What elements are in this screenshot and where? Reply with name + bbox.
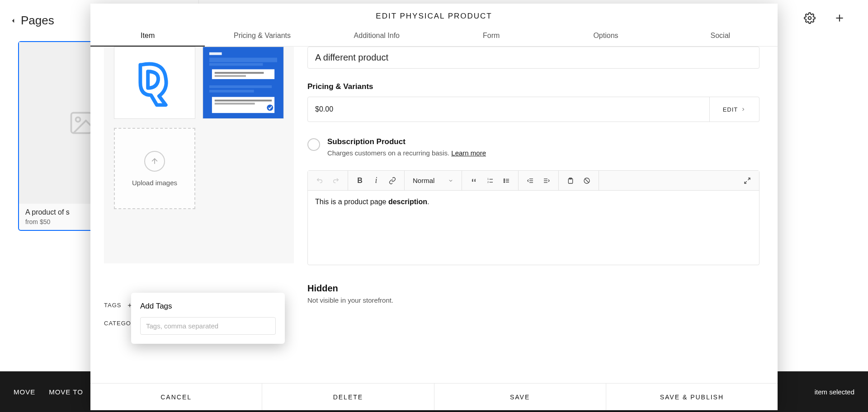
outdent-button[interactable]	[522, 173, 538, 189]
save-button[interactable]: SAVE	[434, 384, 606, 410]
image-panel: Upload images	[104, 47, 294, 263]
svg-point-29	[504, 182, 505, 183]
price-edit-label: EDIT	[723, 106, 738, 113]
edit-product-modal: EDIT PHYSICAL PRODUCT Item Pricing & Var…	[90, 4, 778, 410]
modal-footer: CANCEL DELETE SAVE SAVE & PUBLISH	[90, 383, 778, 410]
rte-text-bold: description	[388, 198, 427, 206]
chevron-left-icon	[9, 17, 17, 25]
tab-form[interactable]: Form	[434, 25, 548, 46]
rte-format-group: B i	[348, 171, 405, 190]
chevron-down-icon	[448, 178, 453, 183]
svg-text:1: 1	[487, 178, 489, 180]
subscription-radio[interactable]	[307, 138, 320, 151]
indent-icon	[543, 177, 550, 184]
svg-rect-5	[114, 47, 195, 118]
hidden-title: Hidden	[307, 283, 760, 294]
modal-tabs: Item Pricing & Variants Additional Info …	[90, 25, 778, 47]
upload-label: Upload images	[132, 179, 177, 187]
style-select-value: Normal	[413, 177, 434, 184]
numbered-list-icon: 12	[486, 177, 494, 184]
rte-toolbar: B i Normal 12	[308, 171, 759, 191]
svg-rect-12	[215, 75, 246, 77]
svg-text:2: 2	[487, 180, 489, 183]
product-image-2[interactable]	[203, 47, 284, 119]
rte-body[interactable]: This is a product page description.	[308, 191, 759, 213]
tab-pricing[interactable]: Pricing & Variants	[205, 25, 319, 46]
price-edit-button[interactable]: EDIT	[709, 97, 759, 122]
indent-button[interactable]	[538, 173, 555, 189]
clipboard-icon	[567, 177, 574, 184]
product-name-field[interactable]: A different product	[307, 47, 760, 69]
price-row: $0.00 EDIT	[307, 97, 760, 122]
move-to-action[interactable]: MOVE TO	[49, 388, 83, 396]
cancel-button[interactable]: CANCEL	[90, 384, 262, 410]
svg-rect-15	[212, 97, 274, 113]
style-select[interactable]: Normal	[408, 177, 458, 184]
svg-rect-10	[212, 69, 274, 79]
italic-button[interactable]: i	[368, 173, 384, 189]
tags-label: TAGS	[104, 302, 121, 309]
move-action[interactable]: MOVE	[14, 388, 35, 396]
redo-button[interactable]	[328, 173, 344, 189]
tab-options[interactable]: Options	[548, 25, 663, 46]
svg-rect-17	[215, 103, 255, 104]
learn-more-link[interactable]: Learn more	[451, 149, 486, 157]
undo-button[interactable]	[311, 173, 328, 189]
thumb-1-graphic	[114, 47, 195, 118]
link-button[interactable]	[384, 173, 401, 189]
save-publish-button[interactable]: SAVE & PUBLISH	[606, 384, 778, 410]
expand-button[interactable]	[739, 173, 755, 189]
left-column: Upload images Add Tags TAGS fake not rea…	[90, 47, 307, 383]
undo-icon	[316, 177, 323, 184]
rte-style-group: Normal	[405, 171, 462, 190]
bold-button[interactable]: B	[352, 173, 368, 189]
add-tags-input[interactable]	[140, 317, 276, 335]
svg-rect-7	[209, 52, 222, 55]
bottom-actions: MOVE MOVE TO	[14, 388, 83, 396]
pricing-section-title: Pricing & Variants	[307, 82, 760, 91]
clear-format-button[interactable]	[579, 173, 595, 189]
rte-expand-group	[736, 171, 759, 190]
svg-rect-16	[215, 100, 272, 102]
rte-misc-group	[559, 171, 599, 190]
hidden-block: Hidden Not visible in your storefront.	[307, 283, 760, 304]
tab-social[interactable]: Social	[663, 25, 778, 46]
quote-icon	[470, 177, 477, 184]
tab-additional[interactable]: Additional Info	[320, 25, 434, 46]
pages-label: Pages	[21, 14, 54, 28]
product-image-1[interactable]	[114, 47, 195, 119]
right-column: A different product Pricing & Variants $…	[307, 47, 778, 383]
upload-images-button[interactable]: Upload images	[114, 128, 195, 209]
no-icon	[583, 177, 590, 184]
subscription-row: Subscription Product Charges customers o…	[307, 137, 760, 157]
rte-history-group	[308, 171, 348, 190]
paste-button[interactable]	[562, 173, 579, 189]
quote-button[interactable]	[466, 173, 482, 189]
outdent-icon	[527, 177, 534, 184]
svg-point-27	[504, 178, 505, 179]
subscription-title: Subscription Product	[327, 137, 486, 146]
svg-rect-13	[209, 85, 272, 88]
plus-icon[interactable]	[834, 12, 845, 24]
thumb-row	[104, 47, 294, 119]
bullet-list-icon	[503, 177, 510, 184]
delete-button[interactable]: DELETE	[262, 384, 434, 410]
numbered-list-button[interactable]: 12	[482, 173, 498, 189]
rte-indent-group	[519, 171, 559, 190]
svg-point-18	[267, 104, 273, 111]
redo-icon	[332, 177, 340, 184]
tab-item[interactable]: Item	[90, 25, 205, 46]
selected-count: item selected	[815, 388, 854, 396]
upload-arrow-icon	[150, 157, 159, 166]
bullet-list-button[interactable]	[498, 173, 514, 189]
description-editor: B i Normal 12	[307, 170, 760, 265]
rte-text-suffix: .	[427, 198, 429, 206]
modal-body: Upload images Add Tags TAGS fake not rea…	[90, 47, 778, 383]
link-icon	[389, 177, 396, 184]
svg-rect-9	[209, 63, 263, 66]
add-tags-title: Add Tags	[140, 302, 276, 311]
modal-title: EDIT PHYSICAL PRODUCT	[90, 4, 778, 25]
rte-block-group: 12	[462, 171, 519, 190]
gear-icon[interactable]	[804, 12, 816, 24]
chevron-right-icon	[741, 107, 746, 112]
